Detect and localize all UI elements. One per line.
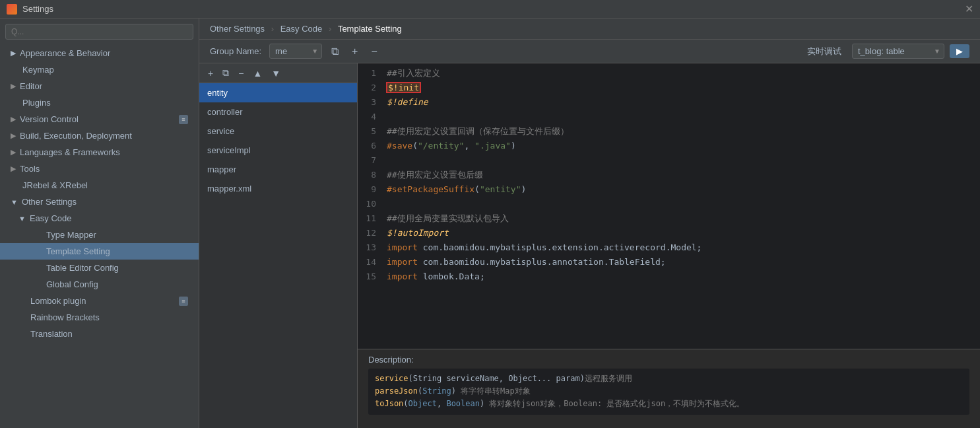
- sidebar-items-container: ▶Appearance & BehaviorKeymap▶EditorPlugi…: [0, 45, 199, 342]
- code-line-14: 14import com.baomidou.mybatisplus.annota…: [358, 255, 980, 269]
- remove-group-button[interactable]: −: [367, 44, 381, 59]
- sidebar-item-label: Plugins: [22, 98, 51, 108]
- code-line-1: 1##引入宏定义: [358, 66, 980, 81]
- line-number: 5: [358, 124, 384, 139]
- sidebar-item-typemapper[interactable]: Type Mapper: [0, 227, 199, 243]
- remove-template-button[interactable]: −: [235, 67, 247, 80]
- template-item-serviceImpl[interactable]: serviceImpl: [199, 141, 357, 160]
- code-line-12: 12$!autoImport: [358, 226, 980, 240]
- description-panel: Description: service(String serviceName,…: [358, 349, 980, 428]
- line-number: 15: [358, 269, 384, 284]
- sidebar-item-label: Easy Code: [30, 213, 72, 223]
- code-line-3: 3$!define: [358, 95, 980, 110]
- sidebar-item-plugins[interactable]: Plugins: [0, 94, 199, 111]
- description-content: service(String serviceName, Object... pa…: [368, 369, 969, 415]
- sidebar-item-editor[interactable]: ▶Editor: [0, 78, 199, 94]
- breadcrumb: Other Settings › Easy Code › Template Se…: [199, 18, 980, 40]
- sidebar-item-rainbow[interactable]: Rainbow Brackets: [0, 309, 199, 326]
- sidebar-item-label: JRebel & XRebel: [22, 180, 88, 190]
- desc-line-1: parseJson(String) 将字符串转Map对象: [375, 385, 963, 398]
- line-number: 1: [358, 66, 384, 81]
- move-up-template-button[interactable]: ▲: [249, 67, 265, 80]
- breadcrumb-part-2: Template Setting: [338, 24, 402, 34]
- sidebar-item-label: Version Control: [20, 114, 79, 124]
- arrow-icon: ▶: [11, 148, 16, 157]
- line-number: 3: [358, 95, 384, 110]
- sidebar-item-jrebel[interactable]: JRebel & XRebel: [0, 177, 199, 194]
- sidebar-item-label: Other Settings: [22, 197, 77, 207]
- add-template-button[interactable]: +: [205, 67, 216, 80]
- sidebar-item-lang[interactable]: ▶Languages & Frameworks: [0, 144, 199, 160]
- toolbar-row: Group Name: me default ▼ ⧉ + − 实时调试 t_bl…: [199, 40, 980, 63]
- code-line-10: 10: [358, 197, 980, 211]
- line-content: ##引入宏定义: [384, 66, 980, 81]
- sidebar-item-lombok[interactable]: Lombok plugin≡: [0, 293, 199, 309]
- close-button[interactable]: ✕: [965, 3, 973, 15]
- arrow-icon: ▶: [11, 131, 16, 140]
- sidebar-item-label: Tools: [20, 164, 40, 174]
- sidebar-item-label: Template Setting: [46, 246, 110, 256]
- template-list-panel: + ⧉ − ▲ ▼ entitycontrollerserviceservice…: [199, 63, 358, 428]
- code-line-13: 13import com.baomidou.mybatisplus.extens…: [358, 240, 980, 255]
- sidebar-item-tools[interactable]: ▶Tools: [0, 160, 199, 177]
- line-number: 8: [358, 168, 384, 182]
- sidebar-item-keymap[interactable]: Keymap: [0, 61, 199, 78]
- description-label: Description:: [368, 355, 969, 365]
- sidebar-item-label: Translation: [30, 329, 73, 339]
- sidebar-item-vcs[interactable]: ▶Version Control≡: [0, 111, 199, 127]
- line-number: 10: [358, 197, 384, 211]
- line-number: 12: [358, 226, 384, 240]
- realtime-select[interactable]: t_blog: table: [852, 44, 944, 59]
- sidebar-item-label: Languages & Frameworks: [20, 147, 120, 157]
- sidebar-item-label: Build, Execution, Deployment: [20, 131, 132, 141]
- code-line-8: 8##使用宏定义设置包后缀: [358, 168, 980, 182]
- sidebar-item-tableeditor[interactable]: Table Editor Config: [0, 260, 199, 276]
- sidebar-item-label: Editor: [20, 81, 42, 91]
- sidebar-item-label: Table Editor Config: [46, 263, 119, 273]
- group-select[interactable]: me default: [269, 44, 322, 59]
- line-content: #save("/entity", ".java"): [384, 139, 980, 153]
- line-number: 13: [358, 240, 384, 255]
- line-content: import com.baomidou.mybatisplus.extensio…: [384, 240, 980, 255]
- template-item-mapper[interactable]: mapper: [199, 160, 357, 179]
- arrow-icon: ▶: [11, 115, 16, 124]
- search-input[interactable]: [5, 24, 193, 40]
- badge-icon: ≡: [179, 115, 188, 124]
- arrow-icon: ▼: [18, 215, 26, 223]
- sidebar-item-translation[interactable]: Translation: [0, 326, 199, 342]
- sidebar-item-globalconfig[interactable]: Global Config: [0, 276, 199, 293]
- line-content: ##使用宏定义设置回调（保存位置与文件后缀）: [384, 124, 980, 139]
- template-item-controller[interactable]: controller: [199, 102, 357, 122]
- template-item-service[interactable]: service: [199, 122, 357, 141]
- move-down-template-button[interactable]: ▼: [268, 67, 284, 80]
- template-list-toolbar: + ⧉ − ▲ ▼: [199, 63, 357, 83]
- sidebar-item-appearance[interactable]: ▶Appearance & Behavior: [0, 45, 199, 61]
- code-line-5: 5##使用宏定义设置回调（保存位置与文件后缀）: [358, 124, 980, 139]
- code-line-15: 15import lombok.Data;: [358, 269, 980, 284]
- realtime-select-wrapper: t_blog: table ▼: [852, 44, 944, 59]
- sidebar-item-templatesetting[interactable]: Template Setting: [0, 243, 199, 260]
- badge-icon: ≡: [179, 297, 188, 306]
- code-line-2: 2$!init: [358, 81, 980, 95]
- realtime-label: 实时调试: [807, 46, 841, 57]
- group-select-wrapper: me default ▼: [269, 44, 322, 59]
- code-line-4: 4: [358, 110, 980, 124]
- sidebar-item-easycode[interactable]: ▼Easy Code: [0, 210, 199, 227]
- template-item-entity[interactable]: entity: [199, 83, 357, 102]
- window-title: Settings: [22, 4, 53, 14]
- sidebar-item-label: Global Config: [46, 279, 98, 289]
- line-content: import lombok.Data;: [384, 269, 980, 284]
- line-number: 9: [358, 182, 384, 197]
- copy-group-button[interactable]: ⧉: [327, 44, 343, 59]
- sidebar-item-other[interactable]: ▼Other Settings: [0, 194, 199, 210]
- breadcrumb-part-0: Other Settings: [210, 24, 265, 34]
- template-item-mapper.xml[interactable]: mapper.xml: [199, 179, 357, 198]
- sidebar-item-build[interactable]: ▶Build, Execution, Deployment: [0, 127, 199, 144]
- add-group-button[interactable]: +: [348, 44, 362, 59]
- app-icon: [7, 4, 17, 15]
- arrow-icon: ▶: [11, 82, 16, 90]
- run-button[interactable]: ▶: [950, 44, 969, 58]
- code-area[interactable]: 1##引入宏定义2$!init3$!define45##使用宏定义设置回调（保存…: [358, 63, 980, 349]
- copy-template-button[interactable]: ⧉: [219, 66, 232, 80]
- arrow-icon: ▶: [11, 164, 16, 173]
